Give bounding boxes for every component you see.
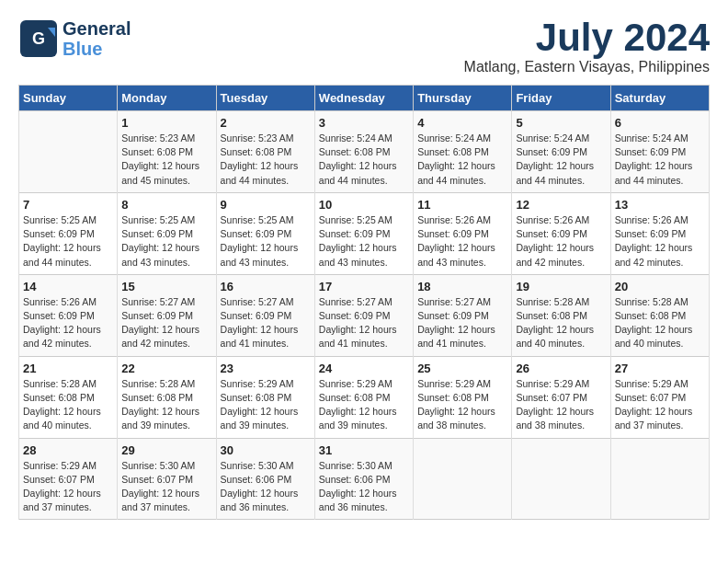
day-number: 17	[319, 280, 409, 293]
table-cell	[19, 111, 118, 193]
table-cell: 21Sunrise: 5:28 AM Sunset: 6:08 PM Dayli…	[19, 356, 118, 438]
day-number: 1	[121, 116, 211, 130]
table-row: 14Sunrise: 5:26 AM Sunset: 6:09 PM Dayli…	[19, 274, 710, 356]
day-info: Sunrise: 5:24 AM Sunset: 6:09 PM Dayligh…	[516, 132, 606, 188]
day-info: Sunrise: 5:28 AM Sunset: 6:08 PM Dayligh…	[121, 377, 211, 433]
table-cell	[414, 438, 512, 520]
table-cell: 20Sunrise: 5:28 AM Sunset: 6:08 PM Dayli…	[610, 274, 709, 356]
table-cell	[610, 438, 709, 520]
day-number: 8	[121, 198, 211, 212]
day-info: Sunrise: 5:30 AM Sunset: 6:07 PM Dayligh…	[121, 459, 211, 515]
day-number: 28	[23, 443, 113, 457]
logo-text-line2: Blue	[63, 39, 131, 59]
day-info: Sunrise: 5:23 AM Sunset: 6:08 PM Dayligh…	[121, 132, 211, 188]
day-number: 30	[221, 443, 311, 457]
table-cell: 4Sunrise: 5:24 AM Sunset: 6:08 PM Daylig…	[414, 111, 512, 193]
table-cell: 10Sunrise: 5:25 AM Sunset: 6:09 PM Dayli…	[314, 192, 413, 274]
table-cell: 6Sunrise: 5:24 AM Sunset: 6:09 PM Daylig…	[610, 111, 709, 193]
day-number: 14	[23, 280, 113, 293]
header-monday: Monday	[118, 86, 216, 111]
day-number: 31	[319, 443, 409, 457]
day-number: 4	[417, 116, 507, 130]
day-info: Sunrise: 5:25 AM Sunset: 6:09 PM Dayligh…	[221, 213, 311, 270]
day-info: Sunrise: 5:27 AM Sunset: 6:09 PM Dayligh…	[417, 295, 507, 351]
svg-text:G: G	[32, 29, 45, 48]
day-info: Sunrise: 5:24 AM Sunset: 6:08 PM Dayligh…	[417, 132, 507, 188]
table-cell: 13Sunrise: 5:26 AM Sunset: 6:09 PM Dayli…	[610, 192, 709, 274]
day-number: 18	[417, 280, 507, 293]
header-sunday: Sunday	[19, 86, 118, 111]
table-cell: 27Sunrise: 5:29 AM Sunset: 6:07 PM Dayli…	[610, 356, 709, 438]
day-info: Sunrise: 5:26 AM Sunset: 6:09 PM Dayligh…	[516, 213, 606, 270]
day-number: 29	[121, 443, 211, 457]
day-number: 25	[417, 362, 507, 375]
table-cell: 22Sunrise: 5:28 AM Sunset: 6:08 PM Dayli…	[118, 356, 216, 438]
table-cell: 8Sunrise: 5:25 AM Sunset: 6:09 PM Daylig…	[118, 192, 216, 274]
day-number: 3	[319, 116, 409, 130]
day-number: 24	[319, 362, 409, 375]
day-number: 11	[417, 198, 507, 212]
day-number: 27	[615, 362, 705, 375]
day-info: Sunrise: 5:27 AM Sunset: 6:09 PM Dayligh…	[319, 295, 409, 351]
day-number: 7	[23, 198, 113, 212]
table-cell: 15Sunrise: 5:27 AM Sunset: 6:09 PM Dayli…	[118, 274, 216, 356]
day-number: 20	[615, 280, 705, 293]
day-info: Sunrise: 5:25 AM Sunset: 6:09 PM Dayligh…	[121, 213, 211, 270]
day-info: Sunrise: 5:26 AM Sunset: 6:09 PM Dayligh…	[417, 213, 507, 270]
header: G General Blue July 2024 Matlang, Easter…	[18, 18, 710, 75]
table-cell	[512, 438, 610, 520]
day-info: Sunrise: 5:29 AM Sunset: 6:08 PM Dayligh…	[319, 377, 409, 433]
day-number: 12	[516, 198, 606, 212]
calendar-body: 1Sunrise: 5:23 AM Sunset: 6:08 PM Daylig…	[19, 111, 710, 520]
day-info: Sunrise: 5:30 AM Sunset: 6:06 PM Dayligh…	[221, 459, 311, 515]
table-row: 21Sunrise: 5:28 AM Sunset: 6:08 PM Dayli…	[19, 356, 710, 438]
day-info: Sunrise: 5:26 AM Sunset: 6:09 PM Dayligh…	[615, 213, 705, 270]
table-cell: 3Sunrise: 5:24 AM Sunset: 6:08 PM Daylig…	[314, 111, 413, 193]
table-row: 28Sunrise: 5:29 AM Sunset: 6:07 PM Dayli…	[19, 438, 710, 520]
table-cell: 5Sunrise: 5:24 AM Sunset: 6:09 PM Daylig…	[512, 111, 610, 193]
day-info: Sunrise: 5:29 AM Sunset: 6:08 PM Dayligh…	[221, 377, 311, 433]
logo-text-line1: General	[63, 18, 131, 39]
day-info: Sunrise: 5:23 AM Sunset: 6:08 PM Dayligh…	[221, 132, 311, 188]
day-number: 19	[516, 280, 606, 293]
day-info: Sunrise: 5:24 AM Sunset: 6:08 PM Dayligh…	[319, 132, 409, 188]
table-cell: 1Sunrise: 5:23 AM Sunset: 6:08 PM Daylig…	[118, 111, 216, 193]
logo: G General Blue	[18, 18, 131, 59]
table-cell: 2Sunrise: 5:23 AM Sunset: 6:08 PM Daylig…	[216, 111, 314, 193]
table-cell: 11Sunrise: 5:26 AM Sunset: 6:09 PM Dayli…	[414, 192, 512, 274]
day-info: Sunrise: 5:25 AM Sunset: 6:09 PM Dayligh…	[319, 213, 409, 270]
title-area: July 2024 Matlang, Eastern Visayas, Phil…	[464, 18, 710, 75]
day-info: Sunrise: 5:27 AM Sunset: 6:09 PM Dayligh…	[121, 295, 211, 351]
day-info: Sunrise: 5:29 AM Sunset: 6:07 PM Dayligh…	[615, 377, 705, 433]
day-number: 22	[121, 362, 211, 375]
day-info: Sunrise: 5:25 AM Sunset: 6:09 PM Dayligh…	[23, 213, 113, 270]
table-cell: 12Sunrise: 5:26 AM Sunset: 6:09 PM Dayli…	[512, 192, 610, 274]
header-tuesday: Tuesday	[216, 86, 314, 111]
table-cell: 17Sunrise: 5:27 AM Sunset: 6:09 PM Dayli…	[314, 274, 413, 356]
table-cell: 14Sunrise: 5:26 AM Sunset: 6:09 PM Dayli…	[19, 274, 118, 356]
day-number: 26	[516, 362, 606, 375]
day-info: Sunrise: 5:27 AM Sunset: 6:09 PM Dayligh…	[221, 295, 311, 351]
day-info: Sunrise: 5:29 AM Sunset: 6:08 PM Dayligh…	[417, 377, 507, 433]
day-info: Sunrise: 5:29 AM Sunset: 6:07 PM Dayligh…	[516, 377, 606, 433]
table-cell: 24Sunrise: 5:29 AM Sunset: 6:08 PM Dayli…	[314, 356, 413, 438]
day-number: 16	[221, 280, 311, 293]
day-number: 21	[23, 362, 113, 375]
table-cell: 18Sunrise: 5:27 AM Sunset: 6:09 PM Dayli…	[414, 274, 512, 356]
table-row: 7Sunrise: 5:25 AM Sunset: 6:09 PM Daylig…	[19, 192, 710, 274]
day-number: 6	[615, 116, 705, 130]
day-number: 23	[221, 362, 311, 375]
table-cell: 31Sunrise: 5:30 AM Sunset: 6:06 PM Dayli…	[314, 438, 413, 520]
day-info: Sunrise: 5:26 AM Sunset: 6:09 PM Dayligh…	[23, 295, 113, 351]
header-wednesday: Wednesday	[314, 86, 413, 111]
table-cell: 29Sunrise: 5:30 AM Sunset: 6:07 PM Dayli…	[118, 438, 216, 520]
day-number: 5	[516, 116, 606, 130]
month-title: July 2024	[464, 18, 710, 57]
day-number: 13	[615, 198, 705, 212]
day-info: Sunrise: 5:24 AM Sunset: 6:09 PM Dayligh…	[615, 132, 705, 188]
header-saturday: Saturday	[610, 86, 709, 111]
table-cell: 30Sunrise: 5:30 AM Sunset: 6:06 PM Dayli…	[216, 438, 314, 520]
calendar-table: Sunday Monday Tuesday Wednesday Thursday…	[18, 85, 710, 520]
table-cell: 9Sunrise: 5:25 AM Sunset: 6:09 PM Daylig…	[216, 192, 314, 274]
day-info: Sunrise: 5:29 AM Sunset: 6:07 PM Dayligh…	[23, 459, 113, 515]
